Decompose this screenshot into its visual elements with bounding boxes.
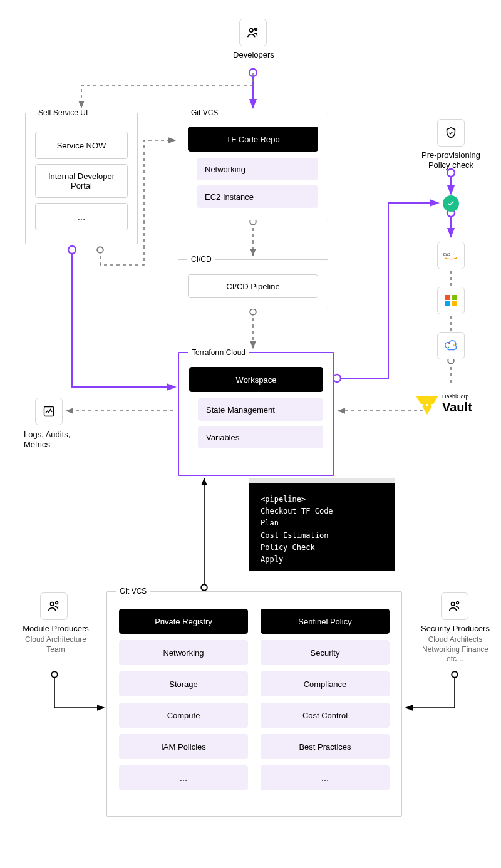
self-service-item: Service NOW bbox=[35, 132, 128, 159]
module-producers-icon bbox=[40, 592, 68, 620]
shield-check-icon bbox=[437, 119, 465, 147]
svg-point-16 bbox=[452, 602, 455, 606]
term-line: Cost Estimation bbox=[261, 530, 383, 542]
svg-text:aws: aws bbox=[443, 252, 450, 256]
sentinel-item: Compliance bbox=[261, 671, 390, 696]
svg-rect-9 bbox=[445, 301, 450, 306]
tf-cloud-item: State Management bbox=[198, 398, 323, 421]
logs-icon bbox=[35, 398, 63, 425]
sentinel-item: Best Practices bbox=[261, 734, 390, 759]
check-badge-icon bbox=[443, 195, 459, 212]
sentinel-item: … bbox=[261, 765, 390, 790]
svg-point-12 bbox=[453, 344, 454, 346]
term-line: <pipeline> bbox=[261, 493, 383, 505]
private-registry-header: Private Registry bbox=[119, 609, 248, 634]
sentinel-item: Cost Control bbox=[261, 703, 390, 728]
registry-item: … bbox=[119, 765, 248, 790]
registry-item: Networking bbox=[119, 640, 248, 665]
sentinel-item: Security bbox=[261, 640, 390, 665]
svg-point-17 bbox=[457, 602, 459, 604]
registry-item: Compute bbox=[119, 703, 248, 728]
git-vcs-item: EC2 Instance bbox=[197, 185, 318, 208]
term-line: Plan bbox=[261, 517, 383, 529]
registry-item: IAM Policies bbox=[119, 734, 248, 759]
self-service-item: Internal Developer Portal bbox=[35, 164, 128, 198]
svg-point-4 bbox=[255, 28, 257, 31]
svg-point-14 bbox=[51, 602, 54, 606]
security-producers-title: Security Producers bbox=[413, 624, 497, 634]
module-producers-sub: Cloud Architecture Team bbox=[15, 635, 96, 654]
svg-rect-7 bbox=[445, 295, 450, 300]
svg-point-3 bbox=[250, 29, 254, 33]
term-line: Checkout TF Code bbox=[261, 505, 383, 517]
git-vcs-top-legend: Git VCS bbox=[187, 108, 222, 117]
git-vcs-bottom-legend: Git VCS bbox=[116, 587, 150, 596]
svg-point-11 bbox=[448, 343, 450, 344]
self-service-item: … bbox=[35, 203, 128, 230]
term-line: Apply bbox=[261, 554, 383, 566]
gcp-icon bbox=[437, 332, 465, 359]
security-producers-sub: Cloud Architects Networking Finance etc… bbox=[413, 635, 497, 664]
pipeline-terminal: <pipeline> Checkout TF Code Plan Cost Es… bbox=[249, 483, 395, 571]
developers-label: Developers bbox=[225, 50, 282, 60]
term-line: Policy Check bbox=[261, 542, 383, 554]
git-vcs-item: Networking bbox=[197, 158, 318, 180]
azure-icon bbox=[437, 287, 465, 314]
developers-icon bbox=[239, 19, 267, 46]
security-producers-icon bbox=[441, 592, 468, 620]
sentinel-header: Sentinel Policy bbox=[261, 609, 390, 634]
logs-label: Logs, Audits, Metrics bbox=[24, 430, 86, 450]
svg-point-13 bbox=[448, 347, 449, 348]
workspace-header: Workspace bbox=[189, 367, 323, 392]
svg-point-15 bbox=[56, 602, 58, 604]
tf-cloud-item: Variables bbox=[198, 426, 323, 448]
svg-rect-8 bbox=[452, 295, 457, 300]
vault-name: Vault bbox=[442, 400, 472, 415]
cicd-item: CI/CD Pipeline bbox=[188, 274, 318, 298]
self-service-legend: Self Service UI bbox=[34, 108, 91, 117]
registry-item: Storage bbox=[119, 671, 248, 696]
aws-icon: aws bbox=[437, 242, 465, 269]
cicd-legend: CI/CD bbox=[187, 255, 215, 264]
tf-code-repo-header: TF Code Repo bbox=[188, 127, 318, 152]
terraform-cloud-legend: Terraform Cloud bbox=[188, 348, 249, 357]
svg-rect-10 bbox=[452, 301, 457, 306]
module-producers-title: Module Producers bbox=[15, 624, 96, 634]
policy-check-label: Pre-provisioning Policy check bbox=[413, 150, 488, 171]
